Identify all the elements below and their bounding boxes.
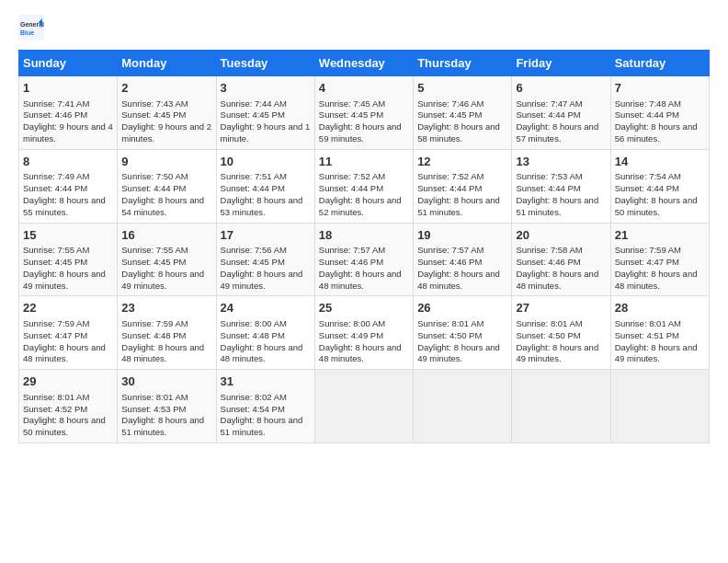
day-info: Daylight: 8 hours and 54 minutes. [121,195,211,219]
week-row-4: 22Sunrise: 7:59 AMSunset: 4:47 PMDayligh… [19,296,710,370]
calendar-cell: 18Sunrise: 7:57 AMSunset: 4:46 PMDayligh… [314,223,413,296]
day-info: Sunrise: 7:41 AM [23,98,113,110]
day-info: Daylight: 8 hours and 48 minutes. [319,269,409,293]
day-number: 7 [615,80,705,97]
week-row-1: 1Sunrise: 7:41 AMSunset: 4:46 PMDaylight… [19,76,710,150]
day-info: Sunset: 4:46 PM [319,257,409,269]
day-info: Daylight: 8 hours and 48 minutes. [221,342,311,366]
day-info: Sunset: 4:45 PM [319,109,409,121]
calendar-cell: 27Sunrise: 8:01 AMSunset: 4:50 PMDayligh… [512,296,610,370]
day-info: Sunset: 4:45 PM [417,109,507,121]
day-number: 6 [516,80,606,97]
day-info: Sunrise: 7:55 AM [121,245,211,257]
logo: General Blue [18,15,48,40]
day-info: Sunrise: 7:57 AM [417,245,507,257]
day-number: 26 [417,300,507,316]
day-number: 27 [516,300,606,316]
col-header-thursday: Thursday [414,51,512,76]
day-info: Sunset: 4:48 PM [121,330,211,342]
col-header-saturday: Saturday [610,51,709,76]
day-info: Sunset: 4:54 PM [221,404,311,416]
day-info: Sunrise: 8:01 AM [23,392,113,404]
day-number: 18 [319,227,409,244]
day-info: Sunset: 4:44 PM [516,183,606,195]
calendar-cell: 24Sunrise: 8:00 AMSunset: 4:48 PMDayligh… [216,296,314,370]
day-info: Sunset: 4:44 PM [23,183,113,195]
day-info: Daylight: 8 hours and 49 minutes. [417,342,507,366]
day-info: Daylight: 9 hours and 1 minute. [221,121,311,145]
calendar-cell: 6Sunrise: 7:47 AMSunset: 4:44 PMDaylight… [512,76,610,150]
week-row-3: 15Sunrise: 7:55 AMSunset: 4:45 PMDayligh… [19,223,710,296]
day-info: Sunrise: 7:47 AM [516,98,606,110]
calendar-cell: 9Sunrise: 7:50 AMSunset: 4:44 PMDaylight… [118,149,216,223]
day-info: Daylight: 8 hours and 51 minutes. [516,195,606,219]
day-info: Sunrise: 7:53 AM [516,171,606,183]
calendar-cell: 25Sunrise: 8:00 AMSunset: 4:49 PMDayligh… [314,296,413,370]
calendar-cell: 10Sunrise: 7:51 AMSunset: 4:44 PMDayligh… [216,149,314,223]
day-number: 13 [516,154,606,170]
day-info: Sunrise: 8:01 AM [516,318,606,330]
day-number: 9 [121,154,211,170]
day-info: Sunset: 4:45 PM [121,109,211,121]
day-info: Daylight: 8 hours and 49 minutes. [516,342,606,366]
day-number: 23 [121,300,211,316]
day-info: Daylight: 8 hours and 49 minutes. [121,269,211,293]
day-info: Daylight: 8 hours and 52 minutes. [319,195,409,219]
calendar-cell: 12Sunrise: 7:52 AMSunset: 4:44 PMDayligh… [414,149,512,223]
day-info: Sunrise: 8:00 AM [319,318,409,330]
day-info: Sunrise: 7:48 AM [615,98,705,110]
day-info: Sunrise: 7:57 AM [319,245,409,257]
day-number: 16 [121,227,211,244]
day-info: Sunset: 4:44 PM [417,183,507,195]
day-info: Sunset: 4:45 PM [221,257,311,269]
calendar-cell: 2Sunrise: 7:43 AMSunset: 4:45 PMDaylight… [118,76,216,150]
day-info: Sunset: 4:51 PM [615,330,705,342]
day-number: 14 [615,154,705,170]
day-info: Sunrise: 7:59 AM [23,318,113,330]
calendar-cell: 13Sunrise: 7:53 AMSunset: 4:44 PMDayligh… [512,149,610,223]
calendar-cell [512,370,610,443]
day-info: Sunset: 4:44 PM [615,183,705,195]
day-number: 2 [121,80,211,97]
col-header-monday: Monday [118,51,216,76]
page: General Blue SundayMondayTuesdayWednesda… [0,0,728,453]
day-info: Sunrise: 7:50 AM [121,171,211,183]
day-info: Daylight: 8 hours and 48 minutes. [121,342,211,366]
day-info: Daylight: 8 hours and 49 minutes. [221,269,311,293]
day-info: Sunset: 4:44 PM [121,183,211,195]
day-number: 21 [615,227,705,244]
day-info: Daylight: 8 hours and 55 minutes. [23,195,113,219]
calendar-cell: 8Sunrise: 7:49 AMSunset: 4:44 PMDaylight… [19,149,118,223]
day-number: 15 [23,227,113,244]
day-info: Sunset: 4:46 PM [417,257,507,269]
day-number: 1 [23,80,113,97]
day-info: Daylight: 8 hours and 58 minutes. [417,121,507,145]
day-info: Daylight: 8 hours and 48 minutes. [615,269,705,293]
day-number: 3 [221,80,311,97]
day-info: Sunrise: 8:01 AM [417,318,507,330]
day-info: Sunrise: 7:49 AM [23,171,113,183]
day-number: 10 [221,154,311,170]
day-info: Daylight: 8 hours and 51 minutes. [221,415,311,439]
calendar-cell: 5Sunrise: 7:46 AMSunset: 4:45 PMDaylight… [414,76,512,150]
day-number: 20 [516,227,606,244]
calendar-cell: 15Sunrise: 7:55 AMSunset: 4:45 PMDayligh… [19,223,118,296]
calendar-table: SundayMondayTuesdayWednesdayThursdayFrid… [18,50,710,443]
day-info: Sunset: 4:44 PM [516,109,606,121]
day-info: Daylight: 8 hours and 50 minutes. [23,415,113,439]
calendar-cell: 28Sunrise: 8:01 AMSunset: 4:51 PMDayligh… [610,296,709,370]
col-header-tuesday: Tuesday [216,51,314,76]
calendar-cell: 31Sunrise: 8:02 AMSunset: 4:54 PMDayligh… [216,370,314,443]
day-info: Sunset: 4:48 PM [221,330,311,342]
day-info: Daylight: 8 hours and 48 minutes. [319,342,409,366]
day-info: Sunrise: 7:43 AM [121,98,211,110]
week-row-2: 8Sunrise: 7:49 AMSunset: 4:44 PMDaylight… [19,149,710,223]
day-info: Daylight: 9 hours and 2 minutes. [121,121,211,145]
calendar-cell: 14Sunrise: 7:54 AMSunset: 4:44 PMDayligh… [610,149,709,223]
day-number: 5 [417,80,507,97]
day-info: Sunset: 4:52 PM [23,404,113,416]
svg-rect-0 [18,15,44,40]
day-info: Sunset: 4:44 PM [221,183,311,195]
day-info: Sunrise: 7:59 AM [615,245,705,257]
day-info: Sunrise: 8:01 AM [615,318,705,330]
